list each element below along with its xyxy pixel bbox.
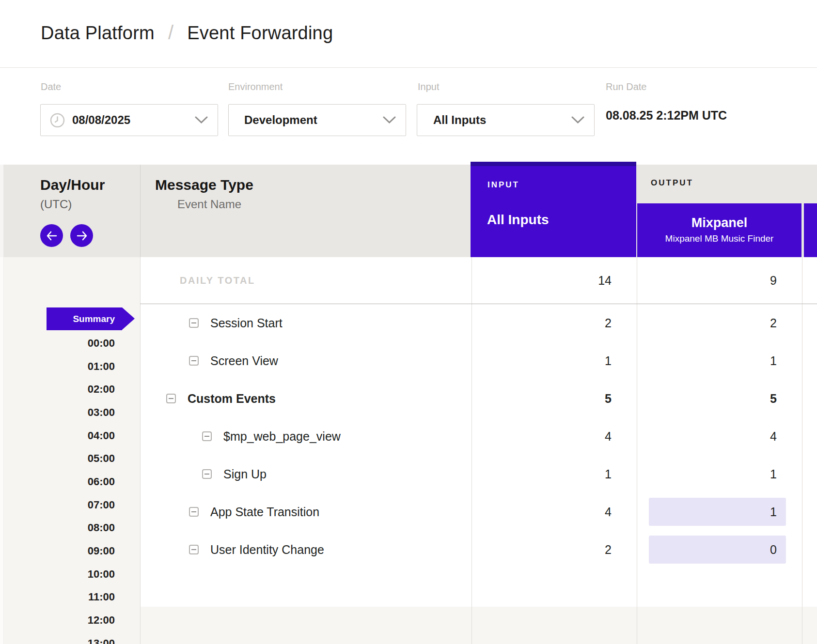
page-title: Event Forwarding: [187, 23, 333, 44]
hour-row-label[interactable]: 03:00: [0, 401, 140, 424]
output-count-value: 5: [770, 392, 777, 406]
output-count-cell: 4: [637, 417, 802, 455]
collapse-toggle-icon[interactable]: [189, 545, 199, 554]
hour-row-label[interactable]: 02:00: [0, 378, 140, 401]
output-column-subtitle: Mixpanel MB Music Finder: [637, 233, 801, 244]
collapse-toggle-icon[interactable]: [202, 469, 212, 479]
clock-icon: [50, 113, 65, 128]
collapse-toggle-icon[interactable]: [202, 431, 212, 441]
event-name-label: Session Start: [210, 316, 283, 330]
day-hour-title: Day/Hour: [40, 177, 105, 193]
hour-row-label[interactable]: 04:00: [0, 424, 140, 447]
output-column-header-next-partial[interactable]: [804, 203, 817, 257]
day-hour-header: Day/Hour (UTC): [40, 177, 105, 247]
table-row: $mp_web_page_view 4 4: [140, 417, 817, 455]
output-count-cell: 1: [637, 455, 802, 493]
output-count-cell: 1: [637, 493, 802, 531]
input-dropdown[interactable]: All Inputs: [417, 104, 595, 136]
event-name-label: User Identity Change: [210, 543, 324, 557]
hour-row-label[interactable]: 05:00: [0, 447, 140, 470]
filter-bar: Date 08/08/2025 Environment Development …: [0, 68, 817, 165]
input-column-title: All Inputs: [487, 212, 549, 228]
input-count-value: 2: [471, 543, 637, 557]
event-name-label: App State Transition: [210, 505, 319, 519]
table-row: Custom Events 5 5: [140, 380, 817, 417]
output-count-cell: 5: [637, 380, 802, 417]
run-date-label: Run Date: [606, 81, 647, 92]
event-forwarding-page: Data Platform / Event Forwarding Date 08…: [0, 0, 817, 644]
summary-tab[interactable]: Summary: [47, 307, 122, 330]
daily-total-output-cell: 9: [637, 257, 802, 304]
output-count-value: 0: [770, 543, 777, 557]
page-left-edge: [0, 165, 4, 644]
event-name-label: $mp_web_page_view: [223, 429, 341, 444]
environment-dropdown[interactable]: Development: [228, 104, 406, 136]
daily-total-output-value: 9: [770, 274, 777, 288]
top-bar: Data Platform / Event Forwarding: [0, 0, 817, 68]
input-column-header[interactable]: INPUT All Inputs: [471, 162, 636, 257]
hour-row-label[interactable]: 00:00: [0, 332, 140, 355]
hour-row-label[interactable]: 10:00: [0, 563, 140, 586]
day-hour-subtitle: (UTC): [40, 198, 105, 211]
output-highlight-box: [649, 536, 786, 564]
event-name-label: Screen View: [210, 354, 278, 368]
collapse-toggle-icon[interactable]: [189, 507, 199, 517]
event-name-subtitle: Event Name: [155, 198, 253, 211]
table-row: App State Transition 4 1: [140, 493, 817, 531]
input-label: Input: [418, 81, 439, 92]
input-count-value: 1: [471, 354, 637, 368]
table-row: Screen View 1 1: [140, 342, 817, 380]
hour-row-label[interactable]: 13:00: [0, 632, 140, 644]
environment-label: Environment: [228, 81, 283, 92]
collapse-toggle-icon[interactable]: [166, 394, 176, 403]
hour-row-label[interactable]: 08:00: [0, 517, 140, 540]
output-column-header-mixpanel[interactable]: Mixpanel Mixpanel MB Music Finder: [637, 203, 801, 257]
collapse-toggle-icon[interactable]: [189, 356, 199, 366]
output-count-value: 1: [770, 505, 777, 519]
hour-row-label[interactable]: 07:00: [0, 493, 140, 517]
hour-row-label[interactable]: 06:00: [0, 470, 140, 493]
input-count-value: 4: [471, 429, 637, 444]
breadcrumb-separator: /: [168, 22, 173, 44]
summary-tab-label: Summary: [47, 307, 122, 330]
header-column-divider: [140, 165, 141, 257]
table-row: Session Start 2 2: [140, 304, 817, 342]
run-date-value: 08.08.25 2:12PM UTC: [606, 108, 727, 123]
output-count-cell: 1: [637, 342, 802, 380]
summary-tab-arrow: [122, 307, 135, 330]
hour-row-label[interactable]: 01:00: [0, 355, 140, 378]
daily-total-input-value: 14: [471, 274, 637, 288]
input-value: All Inputs: [433, 113, 486, 127]
message-type-header: Message Type Event Name: [155, 177, 253, 211]
date-value: 08/08/2025: [72, 113, 130, 127]
hour-list: 00:00 01:00 02:00 03:00 04:00 05:00 06:0…: [0, 332, 140, 644]
output-count-value: 2: [770, 316, 777, 330]
date-label: Date: [41, 81, 61, 92]
event-name-label: Sign Up: [223, 467, 267, 481]
daily-total-label: DAILY TOTAL: [140, 275, 471, 286]
breadcrumb-section[interactable]: Data Platform: [41, 23, 155, 44]
next-day-button[interactable]: [70, 224, 93, 247]
chevron-down-icon: [195, 116, 208, 124]
event-name-label: Custom Events: [188, 392, 276, 406]
table-row: User Identity Change 2 0: [140, 531, 817, 568]
input-section-label: INPUT: [487, 180, 519, 190]
hour-row-label[interactable]: 11:00: [0, 586, 140, 609]
event-table-body: DAILY TOTAL 14 9 Session Start 2 2: [140, 257, 817, 568]
collapse-toggle-icon[interactable]: [189, 318, 199, 328]
output-count-cell: 0: [637, 531, 802, 568]
date-dropdown[interactable]: 08/08/2025: [40, 104, 218, 136]
input-count-value: 2: [471, 316, 637, 330]
output-count-cell: 2: [637, 304, 802, 342]
chevron-down-icon: [383, 116, 396, 124]
hour-row-label[interactable]: 12:00: [0, 609, 140, 632]
input-count-value: 5: [471, 392, 637, 406]
hour-row-label[interactable]: 09:00: [0, 539, 140, 563]
previous-day-button[interactable]: [40, 224, 63, 247]
breadcrumb: Data Platform / Event Forwarding: [41, 22, 333, 44]
arrow-right-icon: [76, 231, 88, 241]
input-column-accent-strip: [471, 162, 636, 166]
table-row: Sign Up 1 1: [140, 455, 817, 493]
arrow-left-icon: [46, 231, 58, 241]
output-count-value: 1: [770, 354, 777, 368]
